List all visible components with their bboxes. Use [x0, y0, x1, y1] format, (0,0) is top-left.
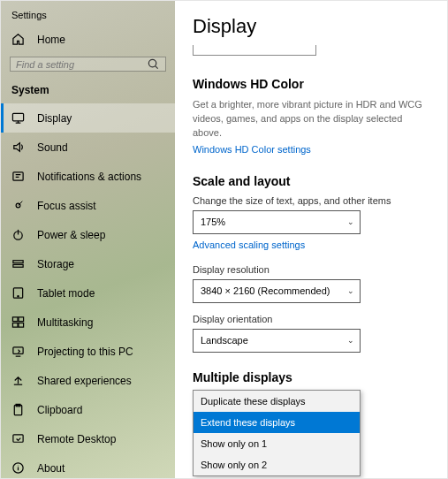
page-title: Display — [193, 15, 429, 38]
svg-point-0 — [148, 59, 156, 66]
chevron-down-icon: ⌄ — [347, 336, 354, 345]
scale-heading: Scale and layout — [193, 174, 429, 188]
chevron-down-icon: ⌄ — [347, 286, 354, 295]
display-icon — [11, 111, 25, 125]
size-label: Change the size of text, apps, and other… — [193, 195, 429, 206]
size-select[interactable]: 175% ⌄ — [193, 210, 361, 234]
sidebar-item-label: Multitasking — [37, 316, 93, 329]
home-nav[interactable]: Home — [1, 26, 175, 53]
focus-icon — [11, 199, 25, 212]
sidebar-item-project[interactable]: Projecting to this PC — [1, 337, 175, 366]
svg-rect-2 — [13, 172, 23, 180]
tablet-icon — [11, 286, 25, 300]
sidebar-section-label: System — [1, 80, 175, 103]
res-label: Display resolution — [193, 264, 429, 275]
multi-dropdown[interactable]: Duplicate these displaysExtend these dis… — [193, 390, 361, 476]
notifications-icon — [11, 170, 25, 183]
orient-label: Display orientation — [193, 314, 429, 324]
search-input[interactable] — [16, 59, 147, 70]
identify-stub — [193, 45, 316, 56]
svg-rect-1 — [12, 113, 23, 120]
res-value: 3840 × 2160 (Recommended) — [201, 285, 330, 296]
project-icon — [11, 345, 25, 358]
orient-select[interactable]: Landscape ⌄ — [193, 329, 361, 353]
svg-point-8 — [18, 296, 19, 297]
sidebar-item-remote[interactable]: Remote Desktop — [1, 424, 175, 453]
hd-link[interactable]: Windows HD Color settings — [193, 144, 429, 155]
dropdown-option[interactable]: Show only on 2 — [194, 454, 360, 475]
power-icon — [11, 228, 25, 241]
sidebar-item-display[interactable]: Display — [1, 103, 175, 133]
sidebar-item-label: About — [37, 462, 65, 475]
clipboard-icon — [11, 403, 25, 416]
dropdown-option[interactable]: Extend these displays — [194, 412, 360, 433]
remote-icon — [11, 432, 25, 445]
sidebar-item-label: Tablet mode — [37, 287, 95, 300]
dropdown-option[interactable]: Duplicate these displays — [194, 391, 360, 412]
svg-rect-5 — [13, 261, 23, 263]
home-icon — [11, 33, 25, 46]
hd-heading: Windows HD Color — [193, 77, 429, 91]
sidebar-item-label: Clipboard — [37, 404, 82, 416]
orient-value: Landscape — [201, 335, 248, 346]
sidebar-item-about[interactable]: About — [1, 453, 175, 479]
sidebar-item-storage[interactable]: Storage — [1, 249, 175, 278]
sidebar-item-label: Sound — [37, 141, 68, 154]
hd-desc: Get a brighter, more vibrant picture in … — [193, 98, 429, 141]
sidebar-item-label: Projecting to this PC — [37, 346, 133, 358]
sidebar-item-label: Storage — [37, 258, 74, 270]
sidebar-list: DisplaySoundNotifications & actionsFocus… — [1, 103, 175, 479]
shared-icon — [11, 374, 25, 387]
sidebar-item-label: Shared experiences — [37, 375, 132, 387]
sidebar-item-label: Power & sleep — [37, 229, 105, 241]
sidebar-item-clipboard[interactable]: Clipboard — [1, 395, 175, 424]
sidebar-item-tablet[interactable]: Tablet mode — [1, 278, 175, 308]
main-content: Display Windows HD Color Get a brighter,… — [175, 1, 447, 478]
dropdown-option[interactable]: Show only on 1 — [194, 433, 360, 454]
sidebar-item-label: Notifications & actions — [37, 171, 141, 183]
res-select[interactable]: 3840 × 2160 (Recommended) ⌄ — [193, 279, 361, 303]
about-icon — [11, 461, 25, 475]
size-value: 175% — [201, 217, 225, 227]
svg-rect-11 — [12, 323, 18, 327]
chevron-down-icon: ⌄ — [347, 217, 354, 226]
home-label: Home — [37, 34, 65, 46]
sidebar-item-label: Display — [37, 112, 72, 125]
sidebar-item-multitask[interactable]: Multitasking — [1, 308, 175, 337]
sidebar-item-notifications[interactable]: Notifications & actions — [1, 162, 175, 191]
storage-icon — [11, 257, 25, 270]
sidebar-item-power[interactable]: Power & sleep — [1, 220, 175, 249]
sidebar-item-label: Remote Desktop — [37, 433, 116, 445]
svg-rect-9 — [12, 317, 18, 322]
multitask-icon — [11, 316, 25, 329]
sidebar-item-shared[interactable]: Shared experiences — [1, 366, 175, 395]
scaling-link[interactable]: Advanced scaling settings — [193, 240, 429, 250]
multi-heading: Multiple displays — [193, 370, 429, 384]
search-icon — [147, 57, 160, 71]
sidebar-item-sound[interactable]: Sound — [1, 133, 175, 162]
svg-rect-12 — [19, 323, 24, 327]
sidebar-item-label: Focus assist — [37, 200, 96, 212]
svg-rect-6 — [13, 264, 23, 267]
settings-sidebar: Settings Home System DisplaySoundNotific… — [1, 1, 175, 478]
sidebar-item-focus[interactable]: Focus assist — [1, 191, 175, 220]
svg-rect-10 — [19, 317, 24, 322]
search-box[interactable] — [10, 57, 166, 72]
app-title: Settings — [1, 10, 175, 26]
sound-icon — [11, 141, 25, 154]
